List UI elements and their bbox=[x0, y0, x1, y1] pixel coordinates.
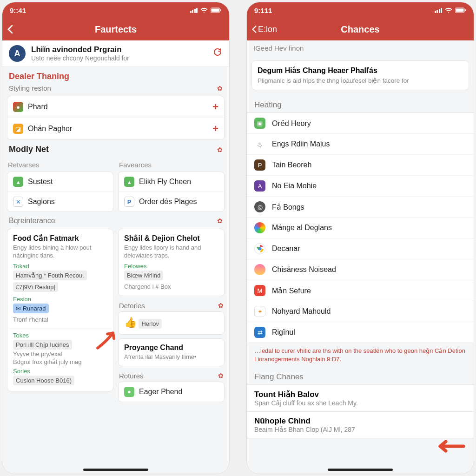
list-item[interactable]: MMản Sefure bbox=[247, 280, 474, 301]
tag: Tokes bbox=[13, 332, 107, 339]
gear-icon[interactable]: ✿ bbox=[218, 302, 224, 309]
list-item[interactable]: Decanar bbox=[247, 238, 474, 259]
tag: Tokad bbox=[13, 263, 107, 270]
back-button[interactable] bbox=[7, 25, 13, 34]
fiang-item[interactable]: Nŭhople Chind Beaim Hảs Bhan Clop (AlJ M… bbox=[247, 412, 474, 438]
home-indicator[interactable] bbox=[328, 469, 393, 471]
dealer-heading: Dealer Thaning bbox=[2, 67, 229, 83]
card-desc: Afrenta ilal Masvarily Ilime• bbox=[124, 353, 218, 361]
profile-text: Lhiĩn avinonded Prgrain Usto neĕe chcony… bbox=[31, 45, 207, 62]
nav-title: Faurtects bbox=[95, 24, 137, 35]
item-label: Saglons bbox=[28, 198, 55, 206]
list-item[interactable]: P Order dés Plages bbox=[119, 192, 224, 212]
card-shail[interactable]: Shảil & Dejion Chelot Engy lides lipory … bbox=[118, 229, 225, 296]
item-label: Decanar bbox=[272, 245, 300, 253]
plus-icon[interactable]: + bbox=[212, 123, 218, 135]
status-bar: 9::41 bbox=[2, 2, 229, 18]
modiy-heading: Modiy Net bbox=[9, 145, 49, 154]
status-bar: 9:111 bbox=[247, 2, 474, 18]
status-time: 9::41 bbox=[10, 7, 26, 14]
detories-heading: Detories bbox=[119, 302, 145, 310]
list-item[interactable]: ♨Engs Rdiin Maius bbox=[247, 134, 474, 155]
gear-icon[interactable]: ✿ bbox=[217, 217, 223, 225]
list-item[interactable]: ▴ Elikh Fly Cheen bbox=[119, 172, 224, 192]
chip: Blœw Mrlind bbox=[124, 271, 163, 280]
profile-row[interactable]: A Lhiĩn avinonded Prgrain Usto neĕe chco… bbox=[2, 40, 229, 67]
app-icon: ▣ bbox=[254, 118, 265, 129]
bq-col-left: Food Cắn Fatmark Engy lides bining à hlo… bbox=[7, 229, 113, 395]
app-icon: P bbox=[124, 197, 134, 207]
retvarses-list: ▴ Sustest ✕ Saglons bbox=[7, 172, 113, 212]
item-label: Orẻd Heory bbox=[272, 119, 311, 128]
status-time: 9:111 bbox=[254, 7, 272, 14]
bq-two-col: Food Cắn Fatmark Engy lides bining à hlo… bbox=[2, 229, 229, 402]
status-indicators bbox=[435, 7, 467, 14]
profile-title: Lhiĩn avinonded Prgrain bbox=[31, 45, 207, 54]
modiy-row: Modiy Net ✿ bbox=[2, 144, 229, 158]
svg-rect-4 bbox=[456, 8, 464, 12]
chip: ✉ Runarad bbox=[13, 304, 49, 313]
plus-icon[interactable]: + bbox=[212, 101, 218, 113]
thumbs-up-icon: 👍 bbox=[124, 317, 137, 328]
tag: Felowes bbox=[124, 263, 218, 270]
list-item[interactable]: Mánge al Deglans bbox=[247, 218, 474, 238]
item-label: Phard bbox=[28, 103, 48, 111]
favearces-list: ▴ Elikh Fly Cheen P Order dés Plages bbox=[118, 172, 225, 212]
detories-row: Detories ✿ bbox=[118, 300, 225, 311]
home-indicator[interactable] bbox=[83, 469, 148, 471]
battery-icon bbox=[455, 7, 466, 14]
heating-list: ▣Orẻd Heory ♨Engs Rdiin Maius PTain Beor… bbox=[247, 112, 474, 343]
avatar: A bbox=[9, 45, 26, 62]
chevron-left-icon bbox=[251, 25, 257, 33]
back-button[interactable]: E:lon bbox=[251, 25, 277, 34]
person-icon: ♨ bbox=[254, 139, 265, 150]
styling-row: Styling reston ✿ bbox=[2, 83, 229, 96]
heating-heading: Heating bbox=[247, 95, 474, 112]
app-icon: ⇄ bbox=[254, 327, 265, 338]
list-item[interactable]: ▴ Sustest bbox=[7, 172, 113, 192]
list-item[interactable]: ✦Nohyard Mahould bbox=[247, 301, 474, 322]
bq-col-right: Shảil & Dejion Chelot Engy lides lipory … bbox=[118, 229, 225, 402]
app-icon: ● bbox=[13, 102, 23, 112]
item-label: Fả Bongs bbox=[272, 203, 304, 212]
refresh-icon[interactable] bbox=[212, 47, 223, 60]
app-icon: ▴ bbox=[13, 177, 23, 187]
gear-icon[interactable]: ✿ bbox=[217, 146, 223, 153]
list-item[interactable]: ● Eager Phend bbox=[119, 382, 224, 402]
signal-icon bbox=[435, 8, 443, 13]
list-item[interactable]: ▣Orẻd Heory bbox=[247, 113, 474, 134]
fiang-item[interactable]: Tount Hiǎh Balov Span Câj cluff fou ax s… bbox=[247, 384, 474, 412]
rotures-list: ● Eager Phend bbox=[118, 382, 225, 402]
item-label: No Eia Mohie bbox=[272, 182, 317, 190]
list-item[interactable]: ANo Eia Mohie bbox=[247, 176, 474, 197]
chevron-left-icon bbox=[7, 25, 13, 34]
list-item[interactable]: ◪ Ohán Paghor + bbox=[7, 118, 224, 139]
app-icon: ▴ bbox=[124, 177, 134, 187]
list-item[interactable]: PTain Beoreh bbox=[247, 155, 474, 176]
list-item[interactable]: ✕ Saglons bbox=[7, 192, 113, 212]
list-item[interactable]: ◎Fả Bongs bbox=[247, 197, 474, 218]
desc-block: Degum Hiås Chang Heaer Phalľás Pligmanlc… bbox=[251, 60, 469, 90]
content-right: IGeed Hev finon Degum Hiås Chang Heaer P… bbox=[247, 40, 474, 474]
tag: Sories bbox=[13, 368, 107, 375]
card-proyange[interactable]: Proyange Chand Afrenta ilal Masvarily Il… bbox=[118, 338, 225, 366]
bq-row: Bqreinterance ✿ bbox=[2, 212, 229, 229]
gear-icon[interactable]: ✿ bbox=[218, 372, 224, 379]
chip: Herlov bbox=[139, 319, 162, 329]
card-herlov[interactable]: 👍 Herlov bbox=[118, 311, 225, 335]
list-item[interactable]: Chisăness Noisead bbox=[247, 259, 474, 280]
item-label: Tain Beoreh bbox=[272, 161, 311, 169]
list-item[interactable]: ⇄Rigïnul bbox=[247, 322, 474, 343]
svg-rect-1 bbox=[212, 8, 219, 12]
styling-label: Styling reston bbox=[9, 84, 51, 92]
gear-icon[interactable]: ✿ bbox=[217, 85, 223, 92]
wifi-icon bbox=[445, 7, 452, 14]
back-label: E:lon bbox=[258, 25, 277, 34]
col-retvarses: Retvarses ▴ Sustest ✕ Saglons bbox=[7, 158, 113, 212]
card-food[interactable]: Food Cắn Fatmark Engy lides bining à hlo… bbox=[7, 229, 113, 391]
profile-sub: Usto neĕe chcony Negonchald for bbox=[31, 54, 207, 62]
list-item[interactable]: ● Phard + bbox=[7, 96, 224, 118]
item-label: Mản Sefure bbox=[272, 286, 311, 295]
nav-bar: E:lon Chances bbox=[247, 18, 474, 40]
app-icon: A bbox=[254, 180, 265, 192]
